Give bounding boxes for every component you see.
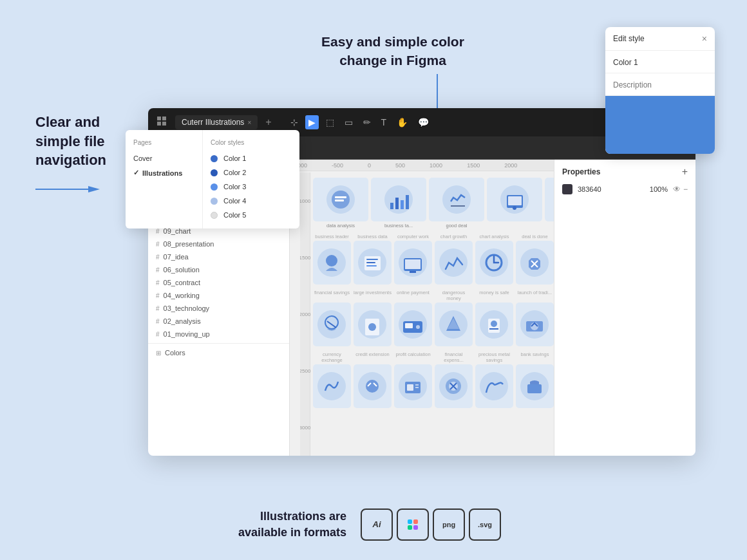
svg-rect-18 [508, 196, 522, 205]
illus-row-2 [313, 241, 554, 285]
svg-rect-28 [366, 262, 375, 263]
tool-shape[interactable]: ▭ [341, 115, 356, 129]
color-opacity: 100% [650, 185, 668, 193]
svg-rect-46 [405, 323, 413, 328]
subtract-icon[interactable]: − [683, 185, 688, 194]
svg-point-24 [326, 255, 337, 266]
ai-label: Ai [373, 519, 381, 529]
tool-hand[interactable]: ✋ [393, 115, 411, 129]
svg-rect-11 [390, 203, 393, 209]
edit-style-desc-input[interactable] [613, 80, 707, 89]
hash-icon: # [156, 266, 160, 274]
frame-label: 01_moving_up [164, 330, 210, 338]
home-icon[interactable] [156, 115, 170, 129]
frame-03-technology[interactable]: # 03_technology [148, 302, 289, 315]
pages-popup[interactable]: Pages Cover ✓ Illustrations Color styles… [126, 130, 299, 229]
tab-close-button[interactable]: × [247, 119, 251, 126]
frame-02-analysis[interactable]: # 02_analysis [148, 315, 289, 328]
ruler-mark: 500 [395, 162, 405, 169]
svg-rect-2 [157, 117, 161, 120]
illus-item: data analysis [313, 178, 368, 229]
frame-06-solution[interactable]: # 06_solution [148, 263, 289, 276]
color-style-3-item[interactable]: Color 3 [203, 180, 299, 194]
left-arrow-icon [35, 183, 100, 195]
frame-04-working[interactable]: # 04_working [148, 289, 289, 302]
tool-pen[interactable]: ✏ [360, 115, 374, 129]
frame-08-presentation[interactable]: # 08_presentation [148, 238, 289, 250]
svg-rect-9 [335, 200, 344, 201]
illus-row-1: data analysis business ta... [313, 178, 554, 229]
svg-rect-74 [413, 525, 418, 530]
colors-item[interactable]: ⊞ Colors [148, 346, 289, 359]
edit-style-title: Edit style [613, 34, 645, 43]
hash-icon: # [156, 331, 160, 338]
canvas-content: 10001500200025003000 data analysis [300, 173, 554, 456]
svg-rect-27 [366, 259, 378, 260]
bottom-section: Illustrations are available in formats A… [238, 509, 501, 541]
edit-style-name-input[interactable] [613, 58, 707, 67]
frame-05-contract[interactable]: # 05_contract [148, 276, 289, 289]
hash-icon: # [156, 228, 160, 235]
left-nav-title: Clear and simple file navigation [35, 113, 138, 170]
pages-right-panel: Color styles Color 1 Color 2 Color 3 Col… [203, 130, 299, 229]
svg-rect-8 [335, 196, 346, 198]
tool-move[interactable]: ⊹ [287, 115, 301, 129]
svg-rect-12 [395, 198, 399, 209]
color-style-5-item[interactable]: Color 5 [203, 208, 299, 222]
hash-icon: # [156, 254, 160, 261]
color-swatch[interactable] [562, 184, 572, 194]
add-property-button[interactable]: + [682, 166, 688, 178]
color-style-1-label: Color 1 [223, 154, 246, 162]
color-code-value: 383640 [578, 185, 645, 193]
svg-point-19 [513, 206, 516, 210]
tool-comment[interactable]: 💬 [415, 115, 432, 129]
colors-label: Colors [165, 349, 185, 357]
ruler-mark: 0 [368, 162, 371, 169]
svg-rect-32 [405, 259, 421, 269]
figma-canvas[interactable]: -1000 -500 0 500 1000 1500 2000 4000 100… [290, 160, 554, 456]
new-tab-button[interactable]: + [265, 117, 271, 128]
color-style-1-item[interactable]: Color 1 [203, 151, 299, 165]
figma-tab[interactable]: Cuterr Illustrations × [175, 115, 258, 129]
edit-style-name-input-wrapper [605, 51, 715, 73]
format-svg-badge: .svg [469, 509, 501, 541]
edit-style-color-preview[interactable] [605, 96, 715, 154]
color-style-4-item[interactable]: Color 4 [203, 194, 299, 208]
hash-icon: # [156, 305, 160, 312]
horizontal-ruler: -1000 -500 0 500 1000 1500 2000 4000 [290, 160, 554, 171]
tool-text[interactable]: T [378, 115, 390, 129]
bottom-line-1: Illustrations are [238, 509, 346, 525]
edit-style-close-button[interactable]: × [702, 33, 707, 44]
check-mark: ✓ [133, 169, 139, 177]
edit-style-header: Edit style × [605, 27, 715, 51]
color-style-3-label: Color 3 [223, 183, 246, 191]
pages-popup-inner: Pages Cover ✓ Illustrations Color styles… [126, 130, 299, 229]
tool-frame[interactable]: ⬚ [323, 115, 337, 129]
format-ai-badge: Ai [361, 509, 393, 541]
top-section-title: Easy and simple color change in Figma [303, 32, 483, 70]
edit-style-panel[interactable]: Edit style × [605, 27, 715, 154]
row-2-labels: financial savings large investments onli… [313, 290, 554, 301]
frame-label: 05_contract [164, 279, 200, 286]
svg-rect-3 [162, 117, 166, 120]
bottom-line-2: available in formats [238, 525, 346, 541]
format-badges: Ai png .svg [361, 509, 501, 541]
row-1-labels: business leader business data computer w… [313, 234, 554, 239]
frame-07-idea[interactable]: # 07_idea [148, 250, 289, 263]
color-style-5-label: Color 5 [223, 211, 246, 219]
frame-01-moving-up[interactable]: # 01_moving_up [148, 328, 289, 341]
svg-point-68 [480, 372, 508, 400]
color-styles-section-header: Color styles [203, 136, 299, 151]
color-row: 383640 100% 👁 − [562, 184, 688, 194]
illus-row-4 [313, 364, 554, 408]
tool-select[interactable]: ▶ [305, 115, 319, 129]
pages-illustrations-item[interactable]: ✓ Illustrations [126, 165, 202, 180]
visibility-icon[interactable]: 👁 [673, 185, 681, 194]
svg-label: .svg [478, 521, 492, 528]
pages-cover-item[interactable]: Cover [126, 151, 202, 165]
color-style-2-item[interactable]: Color 2 [203, 165, 299, 180]
svg-rect-73 [408, 525, 412, 530]
svg-rect-14 [406, 195, 409, 209]
color-style-4-label: Color 4 [223, 197, 246, 205]
bottom-text-wrapper: Illustrations are available in formats [238, 509, 346, 541]
